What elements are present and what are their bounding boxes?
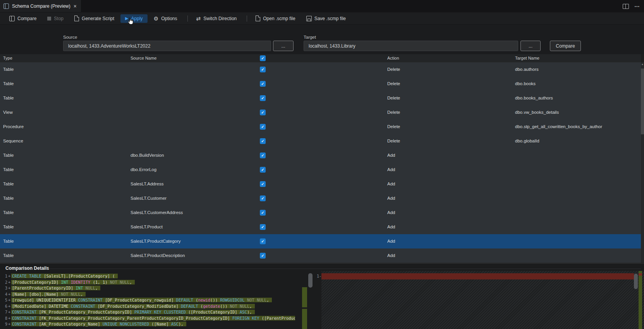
cell-action: Delete	[387, 120, 400, 134]
compare-run-button[interactable]: Compare	[550, 41, 581, 51]
table-row[interactable]: Tabledbo.ErrorLog✓Add	[0, 163, 641, 177]
cell-action: Add	[387, 148, 395, 163]
close-icon[interactable]: ×	[74, 3, 77, 9]
include-checkbox[interactable]: ✓	[260, 195, 266, 201]
more-actions-icon[interactable]: ⋯	[634, 3, 640, 9]
table-row[interactable]: TableSalesLT.Product✓Add	[0, 220, 641, 234]
include-checkbox[interactable]: ✓	[260, 153, 266, 158]
doc-icon	[74, 15, 79, 21]
include-checkbox[interactable]: ✓	[260, 181, 266, 187]
cell-source-name: SalesLT.CustomerAddress	[131, 206, 183, 220]
switch-direction-button[interactable]: ⇄Switch Direction	[192, 14, 242, 23]
cell-action: Add	[387, 234, 395, 248]
table-row[interactable]: Procedure✓Deletedbo.stp_get_all_cowritte…	[0, 120, 641, 134]
cell-source-name: SalesLT.Customer	[131, 191, 167, 206]
tab-schema-compare[interactable]: Schema Compare (Preview) ×	[0, 0, 82, 12]
table-row[interactable]: Sequence✓Deletedbo.globalId	[0, 134, 641, 148]
schema-compare-tab-icon	[3, 3, 9, 9]
include-checkbox[interactable]: ✓	[260, 253, 266, 259]
cell-target-name: dbo.books	[515, 77, 536, 91]
diff-rows: Table✓Deletedbo.authorsTable✓Deletedbo.b…	[0, 62, 641, 263]
comparison-details-title: Comparison Details	[5, 266, 49, 271]
code-line: 1+CREATE TABLE [SalesLT].[ProductCategor…	[0, 273, 295, 279]
include-checkbox[interactable]: ✓	[260, 167, 266, 173]
include-checkbox[interactable]: ✓	[260, 81, 266, 87]
cell-type: View	[3, 105, 13, 120]
table-row[interactable]: Table✓Deletedbo.authors	[0, 62, 641, 77]
apply-button[interactable]: ▶Apply	[120, 14, 148, 23]
gear-icon: ⚙	[154, 16, 159, 21]
table-row[interactable]: Table✓Deletedbo.books_authors	[0, 91, 641, 105]
code-text: [ProductCategoryID] INT IDENTITY (1, 1) …	[11, 280, 135, 284]
right-overview-removed-mark	[639, 273, 642, 276]
include-checkbox[interactable]: ✓	[260, 138, 266, 144]
include-checkbox[interactable]: ✓	[260, 124, 266, 130]
open-scmp-file-button[interactable]: Open .scmp file	[251, 14, 300, 23]
save-scmp-file-button[interactable]: Save .scmp file	[302, 14, 350, 23]
select-all-checkbox[interactable]: ✓	[260, 55, 266, 61]
diff-right-empty-region	[321, 271, 644, 329]
cell-source-name: SalesLT.ProductCategory	[131, 234, 181, 248]
cell-type: Table	[3, 177, 14, 191]
source-input[interactable]	[63, 41, 271, 51]
scrollbar-up-icon[interactable]: ▲	[641, 63, 644, 65]
code-line: 8+CONSTRAINT [FK_ProductCategory_Product…	[0, 315, 295, 322]
generate-script-button[interactable]: Generate Script	[70, 14, 119, 23]
doc-icon	[256, 15, 260, 21]
table-row[interactable]: TableSalesLT.ProductCategory✓Add	[0, 234, 641, 248]
code-text: CONSTRAINT [FK_ProductCategory_ProductCa…	[11, 316, 295, 320]
play-icon: ▶	[125, 16, 128, 21]
cell-target-name: dbo.authors	[515, 62, 539, 77]
cell-type: Table	[3, 62, 14, 77]
details-divider	[47, 269, 641, 269]
header-target-name: Target Name	[515, 54, 539, 62]
line-number: 6	[0, 303, 7, 310]
include-checkbox[interactable]: ✓	[260, 224, 266, 230]
cell-source-name: SalesLT.Address	[131, 177, 163, 191]
cell-action: Add	[387, 191, 395, 206]
target-input[interactable]	[304, 41, 518, 51]
stop-icon	[47, 17, 51, 21]
toolbar-items: CompareStopGenerate Script▶Apply⚙Options…	[5, 14, 352, 23]
code-text: [ParentProductCategoryID] INT NULL,	[11, 286, 100, 290]
table-row[interactable]: Table✓Deletedbo.books	[0, 77, 641, 91]
cell-target-name: dbo.vw_books_details	[515, 105, 559, 120]
cell-action: Delete	[387, 62, 400, 77]
table-row[interactable]: TableSalesLT.CustomerAddress✓Add	[0, 206, 641, 220]
left-overview-added-mark	[302, 287, 307, 307]
options-button[interactable]: ⚙Options	[149, 14, 182, 23]
diff-add-marker: +	[7, 291, 11, 298]
code-line: 4+[Name] [dbo].[Name] NOT NULL,	[0, 291, 295, 298]
cell-source-name: SalesLT.ProductDescription	[131, 248, 185, 263]
toolbar: CompareStopGenerate Script▶Apply⚙Options…	[0, 12, 644, 25]
table-row[interactable]: View✓Deletedbo.vw_books_details	[0, 105, 641, 120]
target-browse-button[interactable]: ...	[520, 41, 541, 51]
cell-type: Table	[3, 77, 14, 91]
cell-source-name: dbo.BuildVersion	[131, 148, 164, 163]
include-checkbox[interactable]: ✓	[260, 110, 266, 115]
toolbar-item-label: Generate Script	[82, 16, 114, 21]
source-browse-button[interactable]: ...	[273, 41, 294, 51]
cell-type: Sequence	[3, 134, 23, 148]
include-checkbox[interactable]: ✓	[260, 95, 266, 101]
diff-add-marker: +	[7, 279, 11, 286]
diff-grid-header: Type Source Name Action Target Name	[0, 54, 641, 63]
include-checkbox[interactable]: ✓	[260, 210, 266, 216]
compare-button[interactable]: Compare	[5, 14, 41, 23]
diff-left-code[interactable]: 1+CREATE TABLE [SalesLT].[ProductCategor…	[0, 273, 295, 329]
toolbar-separator	[187, 15, 188, 22]
toolbar-item-label: Stop	[54, 16, 64, 21]
include-checkbox[interactable]: ✓	[260, 238, 266, 244]
table-row[interactable]: TableSalesLT.Customer✓Add	[0, 191, 641, 206]
cell-action: Delete	[387, 91, 400, 105]
right-scrollbar-thumb[interactable]	[634, 274, 638, 289]
split-editor-icon[interactable]	[623, 4, 629, 9]
schema-compare-window: Schema Compare (Preview) × ⋯ CompareStop…	[0, 0, 644, 329]
grid-scrollbar-thumb[interactable]	[641, 69, 644, 134]
table-row[interactable]: TableSalesLT.Address✓Add	[0, 177, 641, 191]
save-icon	[306, 16, 312, 21]
code-line: 7+CONSTRAINT [PK_ProductCategory_Product…	[0, 309, 295, 315]
table-row[interactable]: TableSalesLT.ProductDescription✓Add	[0, 248, 641, 263]
table-row[interactable]: Tabledbo.BuildVersion✓Add	[0, 148, 641, 163]
include-checkbox[interactable]: ✓	[260, 67, 266, 72]
